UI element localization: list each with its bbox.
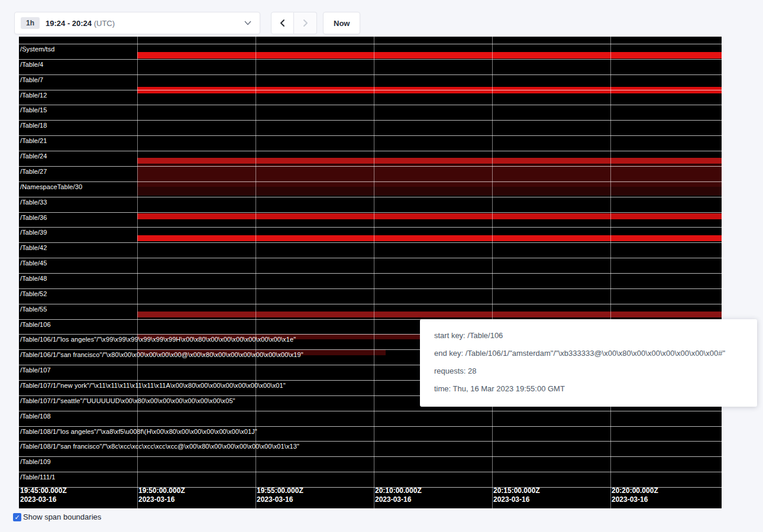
time-range-label: 19:24 - 20:24 (UTC) [46, 19, 115, 28]
now-button[interactable]: Now [323, 12, 360, 34]
span-boundary-line [19, 74, 722, 75]
span-boundary-line [19, 304, 722, 304]
span-boundary-line [19, 166, 722, 167]
time-range-value: 19:24 - 20:24 [46, 19, 92, 28]
span-key-label: /Table/55 [20, 306, 47, 313]
span-boundary-line [19, 441, 722, 442]
prev-time-button[interactable] [271, 12, 294, 34]
span-key-label: /Table/27 [20, 168, 47, 175]
time-axis-tick: 20:10:00.000Z2023-03-16 [375, 486, 422, 504]
span-boundary-line [19, 426, 722, 427]
span-key-label: /Table/52 [20, 290, 47, 297]
span-boundary-line [19, 411, 722, 411]
span-key-label: /Table/48 [20, 275, 47, 282]
tooltip-time: time: Thu, 16 Mar 2023 19:55:00 GMT [434, 384, 743, 393]
span-key-label: /Table/36 [20, 214, 47, 221]
span-boundary-line [19, 59, 722, 60]
hot-band [137, 213, 722, 219]
hot-band [137, 164, 722, 187]
span-key-label: /Table/45 [20, 259, 47, 267]
span-key-label: /Table/108 [20, 413, 51, 420]
chevron-down-icon [244, 21, 251, 25]
span-key-label: /Table/24 [20, 153, 47, 160]
checkbox-label: Show span boundaries [23, 512, 101, 521]
span-key-label: /Table/39 [20, 229, 47, 236]
span-boundary-line [19, 44, 722, 44]
time-axis-tick: 19:50:00.000Z2023-03-16 [138, 486, 185, 504]
time-axis-tick: 20:20:00.000Z2023-03-16 [612, 486, 658, 504]
span-boundary-line [19, 258, 722, 258]
span-key-label: /Table/7 [20, 76, 43, 83]
time-range-dropdown[interactable]: 1h 19:24 - 20:24 (UTC) [14, 12, 260, 34]
time-axis-tick: 19:45:00.000Z2023-03-16 [20, 486, 67, 504]
span-key-label: /Table/21 [20, 137, 47, 144]
tooltip-requests: requests: 28 [434, 366, 743, 375]
span-key-label: /Table/15 [20, 106, 47, 113]
span-key-label: /Table/106 [20, 321, 51, 328]
chevron-right-icon [301, 19, 309, 27]
span-boundary-line [19, 135, 722, 136]
span-key-label: /Table/33 [20, 199, 47, 206]
hot-band [137, 187, 722, 196]
span-key-label: /Table/4 [20, 61, 43, 68]
span-boundary-line [19, 456, 722, 457]
time-axis-tick: 20:15:00.000Z2023-03-16 [493, 486, 540, 504]
span-boundary-line [19, 273, 722, 274]
chevron-left-icon [279, 19, 287, 27]
checkbox-checked-icon[interactable]: ✓ [13, 513, 21, 521]
span-key-label: /Table/106/1/"los angeles"/"\x99\x99\x99… [20, 336, 296, 343]
span-boundary-line [19, 212, 722, 213]
span-key-label: /Table/108/1/"san francisco"/"\x8c\xcc\x… [20, 443, 299, 450]
span-boundary-line [19, 242, 722, 243]
hot-band [137, 158, 722, 164]
span-tooltip: start key: /Table/106 end key: /Table/10… [420, 319, 757, 407]
duration-badge: 1h [21, 17, 40, 29]
span-boundary-line [19, 288, 722, 289]
span-key-label: /Table/106/1/"san francisco"/"\x80\x00\x… [20, 351, 303, 358]
time-zone-label: (UTC) [94, 19, 115, 28]
span-key-label: /Table/18 [20, 122, 47, 129]
span-boundary-line [19, 472, 722, 472]
span-key-label: /Table/12 [20, 92, 47, 99]
span-key-label: /Table/107/1/"new york"/"\x11\x11\x11\x1… [20, 382, 286, 389]
hot-band [137, 52, 722, 59]
tooltip-start-key: start key: /Table/106 [434, 331, 743, 340]
span-boundary-line [19, 120, 722, 121]
span-boundary-line [19, 197, 722, 197]
span-key-label: /System/tsd [20, 46, 55, 53]
span-key-label: /Table/107/1/"seattle"/"UUUUUUD\x00\x80\… [20, 397, 235, 404]
span-key-label: /Table/107 [20, 366, 51, 374]
span-boundary-line [19, 105, 722, 105]
span-boundary-line [19, 181, 722, 182]
time-nav-buttons [271, 12, 317, 34]
span-key-label: /Table/42 [20, 244, 47, 251]
span-key-label: /Table/111/1 [20, 473, 56, 481]
hot-band [137, 235, 722, 241]
span-key-label: /Table/109 [20, 458, 51, 465]
span-boundary-line [19, 151, 722, 151]
span-key-label: /NamespaceTable/30 [20, 183, 82, 190]
next-time-button[interactable] [294, 12, 317, 34]
show-span-boundaries-toggle[interactable]: ✓ Show span boundaries [13, 512, 101, 521]
span-key-label: /Table/108/1/"los angeles"/"\xa8\xf5\u00… [20, 428, 257, 435]
span-boundary-line [19, 227, 722, 228]
time-toolbar: 1h 19:24 - 20:24 (UTC) Now [14, 12, 360, 34]
keyspace-heatmap[interactable]: start key: /Table/106 end key: /Table/10… [19, 37, 722, 508]
tooltip-end-key: end key: /Table/106/1/"amsterdam"/"\xb33… [434, 349, 743, 358]
hot-band [137, 312, 722, 317]
span-boundary-line [19, 90, 722, 90]
time-axis-tick: 19:55:00.000Z2023-03-16 [257, 486, 303, 504]
